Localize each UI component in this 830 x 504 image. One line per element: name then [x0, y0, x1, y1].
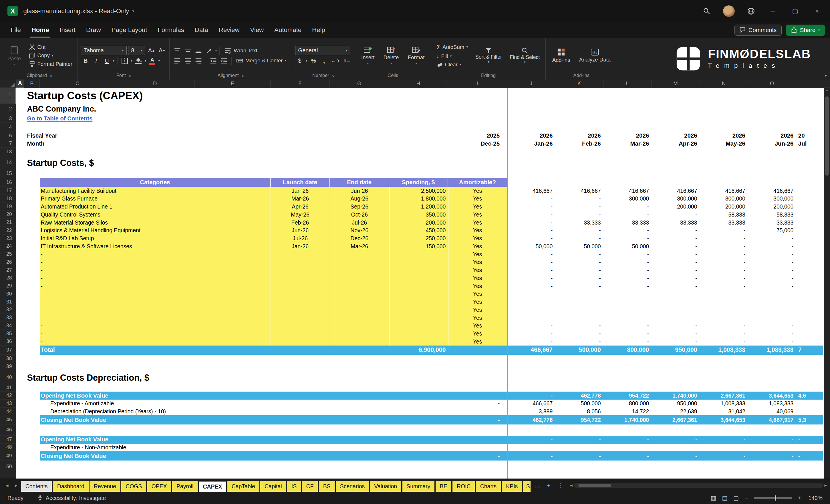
cell-value[interactable]: - — [507, 322, 552, 330]
row-header-36[interactable]: 36 — [0, 338, 16, 346]
cell-value[interactable]: 200,000 — [748, 203, 793, 211]
cell-value[interactable]: - — [604, 282, 649, 290]
sheet-tab-cf[interactable]: CF — [302, 481, 318, 492]
fiscal-year-value[interactable]: 2026 — [700, 132, 745, 140]
cell-value[interactable]: - — [507, 266, 552, 274]
cell-value[interactable]: - — [507, 274, 552, 282]
clear-button[interactable]: Clear▾ — [435, 61, 470, 68]
sheet-tab-opex[interactable]: OPEX — [147, 481, 171, 492]
italic-button[interactable]: I — [92, 56, 100, 65]
column-header-L[interactable]: L — [604, 80, 651, 88]
dep-label[interactable]: Closing Net Book Value — [41, 451, 263, 460]
cell-value[interactable]: 950,000 — [651, 346, 697, 354]
row-header-14[interactable]: 14 — [0, 156, 16, 169]
cell-value[interactable]: - — [748, 242, 793, 250]
row-header-32[interactable]: 32 — [0, 306, 16, 314]
sheet-tab-be[interactable]: BE — [436, 481, 452, 492]
fiscal-year-value[interactable]: 2025 — [448, 132, 500, 140]
cell-value[interactable]: 462,778 — [555, 391, 601, 400]
cell-value[interactable]: - — [651, 451, 697, 460]
sheet-tab-charts[interactable]: Charts — [476, 481, 501, 492]
cell-value[interactable]: - — [555, 436, 601, 444]
page-break-view-icon[interactable]: ▢ — [733, 495, 739, 501]
menu-automate[interactable]: Automate — [269, 22, 307, 38]
sheet-tab-cogs[interactable]: COGS — [121, 481, 146, 492]
cell-value[interactable]: - — [555, 451, 601, 460]
cell-value[interactable]: 22,639 — [651, 408, 697, 416]
cell-value[interactable]: - — [700, 290, 745, 298]
more-sheets-button[interactable]: … — [532, 482, 543, 489]
cell-value[interactable]: - — [700, 314, 745, 322]
cell-end-date[interactable]: Mar-26 — [330, 242, 389, 250]
horizontal-scrollbar-thumb[interactable] — [578, 484, 611, 487]
cell-value[interactable]: - — [700, 250, 745, 258]
row-header-43[interactable]: 43 — [0, 400, 16, 408]
menu-home[interactable]: Home — [26, 22, 54, 38]
find-select-button[interactable]: Find & Select▾ — [507, 47, 542, 65]
cell-spending[interactable]: 1,200,000 — [389, 203, 446, 211]
month-value[interactable]: Dec-25 — [448, 140, 500, 148]
cell-value[interactable]: - — [748, 274, 793, 282]
increase-decimal-button[interactable]: ←.0 — [330, 59, 340, 63]
cell-value[interactable]: - — [748, 298, 793, 306]
title-dropdown-icon[interactable]: ▾ — [132, 9, 134, 13]
cell-value[interactable]: - — [748, 322, 793, 330]
cell-category[interactable]: - — [41, 290, 94, 298]
row-header-28[interactable]: 28 — [0, 274, 16, 282]
cell-value[interactable]: - — [604, 298, 649, 306]
cell-value[interactable]: - — [748, 258, 793, 266]
horizontal-scrollbar[interactable] — [574, 483, 823, 488]
cell-value[interactable]: - — [651, 242, 697, 250]
cell-value[interactable]: - — [604, 314, 649, 322]
cell-value[interactable]: - — [604, 451, 649, 460]
column-header-D[interactable]: D — [115, 80, 195, 88]
cell-value[interactable]: - — [700, 282, 745, 290]
decrease-indent-button[interactable] — [209, 56, 218, 65]
row-header-38[interactable]: 38 — [0, 355, 16, 363]
cell-value[interactable]: - — [507, 282, 552, 290]
cell-value[interactable]: - — [555, 266, 601, 274]
toc-link[interactable]: Go to Table of Contents — [27, 115, 238, 123]
cell-launch-date[interactable]: Jun-26 — [270, 226, 330, 234]
bottom-align-button[interactable] — [194, 46, 203, 55]
column-header-K[interactable]: K — [555, 80, 603, 88]
cell-value[interactable]: - — [700, 338, 745, 346]
menu-formulas[interactable]: Formulas — [153, 22, 189, 38]
cell-category[interactable]: IT Infrastructure & Software Licenses — [41, 242, 268, 250]
cell-value[interactable]: - — [507, 258, 552, 266]
cell-value[interactable]: 1,740,000 — [604, 415, 649, 424]
cell-value[interactable]: - — [651, 306, 697, 314]
cell-value[interactable]: - — [604, 266, 649, 274]
cell-value[interactable]: - — [555, 211, 601, 219]
zoom-slider[interactable] — [754, 497, 792, 499]
cell-value[interactable]: 462,778 — [507, 415, 552, 424]
number-format-select[interactable]: General▾ — [295, 46, 350, 55]
cell-end-date[interactable]: Jun-26 — [330, 187, 389, 195]
column-header-F[interactable]: F — [270, 80, 330, 88]
cell-value[interactable]: 416,667 — [555, 187, 601, 195]
menu-view[interactable]: View — [245, 22, 269, 38]
cell-value[interactable]: - — [507, 203, 552, 211]
paste-button[interactable]: Paste▾ — [4, 44, 24, 67]
column-header-H[interactable]: H — [389, 80, 448, 88]
sheet-tab-roic[interactable]: ROIC — [452, 481, 475, 492]
cell-launch-date[interactable]: Mar-26 — [270, 195, 330, 203]
cell-value[interactable]: 800,000 — [604, 400, 649, 408]
cell-value[interactable]: 33,333 — [555, 219, 601, 226]
cell-value[interactable]: 500,000 — [555, 400, 601, 408]
month-value[interactable]: Apr-26 — [651, 140, 697, 148]
align-center-button[interactable] — [184, 56, 192, 65]
row-header-37[interactable]: 37 — [0, 346, 16, 354]
cell-launch-date[interactable]: Jul-26 — [270, 234, 330, 243]
sheet-tab-summary[interactable]: Summary — [403, 481, 435, 492]
analyze-data-button[interactable]: Analyze Data — [576, 48, 614, 64]
cell-value[interactable]: 950,000 — [651, 400, 697, 408]
row-header-46[interactable]: 46 — [0, 424, 16, 436]
month-value[interactable]: Jan-26 — [507, 140, 552, 148]
cell-value[interactable]: - — [507, 338, 552, 346]
cell-value[interactable]: - — [748, 306, 793, 314]
copy-button[interactable]: Copy▾ — [27, 52, 75, 59]
cell-value[interactable]: - — [604, 306, 649, 314]
share-button[interactable]: Share ▾ — [786, 25, 825, 36]
cell-value[interactable]: 500,000 — [555, 346, 601, 354]
